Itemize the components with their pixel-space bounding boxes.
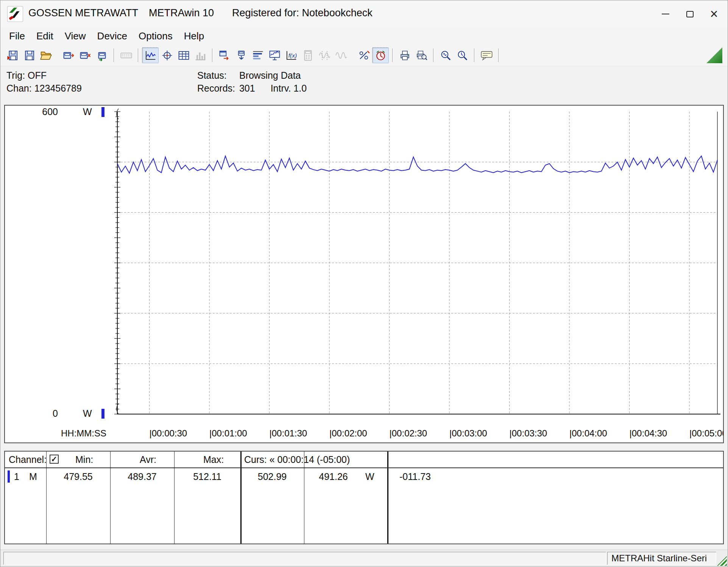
function-fx-button[interactable]: f(x) xyxy=(283,47,299,63)
x-axis-tick-label: |00:01:00 xyxy=(209,428,247,439)
data-table-view-icon xyxy=(178,50,190,61)
monitor-view-button[interactable] xyxy=(266,47,283,63)
export-meter-3-icon xyxy=(96,50,108,61)
wave-button xyxy=(333,47,349,63)
alarm-icon xyxy=(375,50,387,61)
save-as-button[interactable] xyxy=(21,47,37,63)
print-button[interactable] xyxy=(396,47,413,63)
window-controls: × xyxy=(653,0,726,28)
timeline-icon xyxy=(252,50,264,61)
column-divider-thick xyxy=(240,452,242,544)
percent-limits-button[interactable] xyxy=(355,47,372,63)
export-meter-2-button[interactable] xyxy=(77,47,94,63)
menu-file[interactable]: File xyxy=(3,29,31,44)
y-max-channel-marker xyxy=(101,107,104,117)
measurement-table: Channel: ✓ Min: Avr: Max: Curs: « 00:00:… xyxy=(4,451,724,544)
cursor-crosshair-button[interactable] xyxy=(159,47,175,63)
column-divider xyxy=(110,452,111,544)
delta-value: -011.73 xyxy=(399,471,431,482)
print-preview-button[interactable] xyxy=(413,47,430,63)
channel-visible-checkbox[interactable]: ✓ xyxy=(50,455,59,464)
export-meter-1-button[interactable] xyxy=(60,47,77,63)
annotation-button[interactable] xyxy=(478,47,495,63)
chan-label: Chan: xyxy=(6,83,32,94)
cursor1-value: 502.99 xyxy=(240,471,304,482)
wave-icon xyxy=(335,50,347,61)
open-button[interactable] xyxy=(37,47,54,63)
trig-value: OFF xyxy=(28,70,47,81)
svg-text:f(x): f(x) xyxy=(288,52,296,58)
calculator-button xyxy=(299,47,316,63)
max-value: 512.11 xyxy=(174,471,240,482)
menu-view[interactable]: View xyxy=(59,29,92,44)
data-table-view-button[interactable] xyxy=(175,47,192,63)
close-button[interactable]: × xyxy=(702,0,726,28)
chart-panel: 600 W 0 W HH:MM:SS |00:00:30|00:01:00|00… xyxy=(4,105,724,443)
percent-limits-icon xyxy=(358,50,370,61)
interval-label: Intrv. xyxy=(271,83,291,93)
calculator-icon xyxy=(302,50,314,61)
registered-for-label: Registered for: Notebookcheck xyxy=(232,7,373,19)
zoom-amplitude-button[interactable] xyxy=(437,47,454,63)
titlebar: GOSSEN METRAWATT METRAwin 10 Registered … xyxy=(0,0,728,28)
chan-value: 123456789 xyxy=(34,83,82,93)
save-button[interactable] xyxy=(4,47,21,63)
maximize-button[interactable] xyxy=(678,0,702,28)
column-divider xyxy=(46,452,47,544)
export-meter-1-icon xyxy=(63,50,75,61)
line-chart-view-button[interactable] xyxy=(142,47,159,63)
interval-value: 1.0 xyxy=(293,83,307,93)
x-axis-tick-label: |00:05:00 xyxy=(689,428,724,439)
menu-edit[interactable]: Edit xyxy=(31,29,59,44)
cursor-crosshair-icon xyxy=(161,50,173,61)
toolbar-separator xyxy=(498,48,499,62)
wave-clip-icon xyxy=(319,50,330,61)
toolbar-separator xyxy=(474,48,475,62)
toolbar-separator xyxy=(392,48,393,62)
menu-device[interactable]: Device xyxy=(92,29,133,44)
timeline-button[interactable] xyxy=(249,47,266,63)
alarm-button[interactable] xyxy=(372,47,389,63)
menu-options[interactable]: Options xyxy=(133,29,178,44)
function-fx-icon: f(x) xyxy=(285,50,297,61)
maximize-icon xyxy=(686,11,694,17)
min-column-header: Min: xyxy=(75,454,93,465)
monitor-view-icon xyxy=(269,50,281,61)
toolbar-separator xyxy=(138,48,139,62)
annotation-icon xyxy=(481,50,493,61)
window-transfer-button[interactable] xyxy=(216,47,233,63)
bar-graph-view-icon xyxy=(195,50,206,61)
records-label: Records: xyxy=(197,83,237,94)
power-chart[interactable] xyxy=(5,106,723,442)
power-trace-channel-1 xyxy=(117,156,717,173)
menu-help[interactable]: Help xyxy=(178,29,210,44)
column-divider xyxy=(174,452,175,544)
channel-number: 1 xyxy=(14,471,19,482)
avr-column-header: Avr: xyxy=(140,454,156,465)
min-value: 479.55 xyxy=(46,471,110,482)
bar-graph-view-button xyxy=(192,47,209,63)
minimize-icon xyxy=(662,14,669,14)
column-divider-thick xyxy=(387,452,388,544)
x-axis-tick-label: |00:02:00 xyxy=(329,428,367,439)
zoom-time-button[interactable] xyxy=(454,47,471,63)
close-icon: × xyxy=(710,7,718,21)
device-download-button[interactable] xyxy=(233,47,249,63)
y-max-unit: W xyxy=(83,106,92,117)
window-transfer-icon xyxy=(219,50,231,61)
minimize-button[interactable] xyxy=(653,0,678,28)
resize-grip[interactable] xyxy=(717,556,727,566)
y-min-unit: W xyxy=(83,408,92,419)
print-icon xyxy=(399,50,411,61)
app-logo-icon xyxy=(7,6,23,22)
print-preview-icon xyxy=(416,50,427,61)
statusbar-message xyxy=(3,552,606,565)
open-icon xyxy=(40,50,52,61)
cursor2-unit: W xyxy=(365,471,374,482)
toolbar-separator xyxy=(433,48,434,62)
x-axis-tick-label: |00:03:30 xyxy=(510,428,547,439)
y-min-label: 0 xyxy=(34,408,58,419)
export-meter-3-button[interactable] xyxy=(94,47,110,63)
max-column-header: Max: xyxy=(203,454,224,465)
x-axis-tick-label: |00:00:30 xyxy=(150,428,187,439)
